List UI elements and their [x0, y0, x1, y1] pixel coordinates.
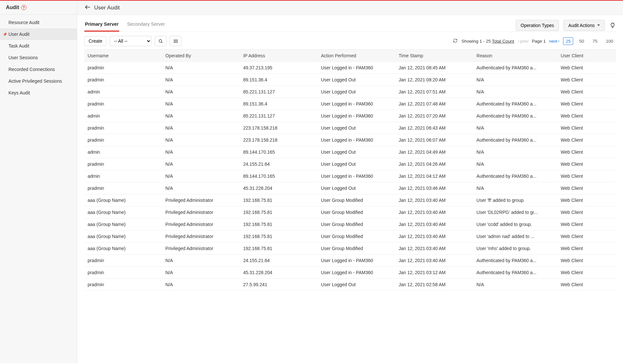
svg-rect-5 [177, 39, 177, 40]
sidebar-item-resource-audit[interactable]: Resource Audit [0, 17, 77, 28]
cell-time: Jan 12, 2021 03:40 AM [395, 218, 473, 231]
col-action-performed[interactable]: Action Performed [318, 50, 395, 62]
tab-primary-server[interactable]: Primary Server [84, 19, 119, 32]
cell-operated_by: Privileged Administrator [162, 206, 240, 218]
table-row[interactable]: pradminN/A45.31.228.204User Logged in - … [84, 267, 616, 279]
col-operated-by[interactable]: Operated By [162, 50, 240, 62]
table-row[interactable]: pradminN/A24.155.21.64User Logged OutJan… [84, 158, 616, 170]
table-row[interactable]: pradminN/A45.31.228.204User Logged OutJa… [84, 182, 616, 194]
columns-button[interactable] [170, 36, 181, 46]
page-size-75[interactable]: 75 [590, 37, 600, 45]
sidebar-item-user-audit[interactable]: 📌User Audit [0, 28, 77, 40]
cell-operated_by: N/A [162, 62, 240, 74]
filter-select[interactable]: -- All -- [110, 36, 151, 46]
chevron-right-icon: › [558, 39, 559, 43]
cell-ip: 192.168.75.81 [240, 231, 318, 243]
table-row[interactable]: aaa (Group Name)Privileged Administrator… [84, 206, 616, 218]
sidebar-item-user-sessions[interactable]: User Sessions [0, 52, 77, 63]
sidebar-item-label: User Audit [8, 32, 30, 37]
operation-types-label: Operation Types [521, 23, 554, 28]
cell-client: Web Client [558, 194, 616, 206]
table-row[interactable]: adminN/A89.144.170.165User Logged OutJan… [84, 146, 616, 158]
col-ip-address[interactable]: IP Address [240, 50, 318, 62]
cell-operated_by: N/A [162, 122, 240, 134]
sidebar-item-active-privileged-sessions[interactable]: Active Privileged Sessions [0, 75, 77, 87]
cell-username: admin [84, 86, 162, 98]
sidebar-item-keys-audit[interactable]: Keys Audit [0, 87, 77, 99]
col-time-stamp[interactable]: Time Stamp [395, 50, 473, 62]
audit-actions-button[interactable]: Audit Actions [563, 20, 605, 31]
table-row[interactable]: pradminN/A49.37.213.195User Logged in - … [84, 62, 616, 74]
cell-time: Jan 12, 2021 03:40 AM [395, 243, 473, 255]
table-row[interactable]: aaa (Group Name)Privileged Administrator… [84, 243, 616, 255]
cell-action: User Logged Out [318, 279, 395, 291]
cell-ip: 192.168.75.81 [240, 218, 318, 231]
svg-line-2 [161, 42, 162, 43]
search-button[interactable] [155, 36, 166, 46]
sidebar-item-label: User Sessions [8, 55, 38, 60]
cell-reason: User 'ff' added to group. [473, 194, 558, 206]
cell-username: pradmin [84, 158, 162, 170]
sidebar-item-task-audit[interactable]: Task Audit [0, 40, 77, 52]
sidebar-item-label: Recorded Connections [8, 67, 55, 72]
table-row[interactable]: pradminN/A24.155.21.64User Logged in - P… [84, 255, 616, 267]
cell-ip: 24.155.21.64 [240, 255, 318, 267]
page-header: User Audit [77, 1, 623, 15]
cell-operated_by: N/A [162, 110, 240, 122]
page-title: User Audit [94, 5, 120, 11]
tabs-row: Primary ServerSecondary Server Operation… [84, 19, 616, 32]
cell-ip: 89.144.170.165 [240, 146, 318, 158]
table-row[interactable]: pradminN/A27.5.99.241User Logged OutJan … [84, 279, 616, 291]
cell-username: pradmin [84, 267, 162, 279]
table-wrap[interactable]: UsernameOperated ByIP AddressAction Perf… [84, 49, 616, 363]
back-icon[interactable] [84, 4, 91, 11]
sidebar-item-recorded-connections[interactable]: Recorded Connections [0, 63, 77, 75]
cell-operated_by: N/A [162, 182, 240, 194]
table-row[interactable]: adminN/A85.221.131.127User Logged OutJan… [84, 86, 616, 98]
table-row[interactable]: adminN/A85.221.131.127User Logged in - P… [84, 110, 616, 122]
table-row[interactable]: adminN/A89.144.170.165User Logged in - P… [84, 170, 616, 182]
cell-reason: User 'admin nad' added to ... [473, 231, 558, 243]
idea-icon[interactable] [609, 22, 616, 29]
svg-rect-8 [177, 41, 177, 42]
table-row[interactable]: aaa (Group Name)Privileged Administrator… [84, 231, 616, 243]
table-row[interactable]: aaa (Group Name)Privileged Administrator… [84, 194, 616, 206]
cell-time: Jan 12, 2021 03:40 AM [395, 231, 473, 243]
total-count-link[interactable]: Total Count [492, 39, 514, 44]
prev-label: prev [520, 39, 529, 44]
cell-action: User Logged Out [318, 86, 395, 98]
refresh-icon[interactable] [453, 38, 458, 44]
cell-time: Jan 12, 2021 06:07 AM [395, 134, 473, 146]
cell-client: Web Client [558, 267, 616, 279]
table-row[interactable]: pradminN/A89.151.36.4User Logged OutJan … [84, 74, 616, 86]
pager-prev[interactable]: ‹ prev [518, 39, 529, 44]
cell-action: User Logged in - PAM360 [318, 98, 395, 110]
cell-reason: Authenticated by PAM360 a... [473, 98, 558, 110]
page-size-50[interactable]: 50 [576, 37, 587, 45]
cell-reason: User 'DL02RPG' added to gr... [473, 206, 558, 218]
cell-username: pradmin [84, 134, 162, 146]
col-username[interactable]: Username [84, 50, 162, 62]
col-user-client[interactable]: User Client [558, 50, 616, 62]
pin-icon: 📌 [3, 33, 7, 36]
page-size-100[interactable]: 100 [603, 37, 616, 45]
cell-action: User Logged in - PAM360 [318, 255, 395, 267]
table-row[interactable]: pradminN/A89.151.36.4User Logged in - PA… [84, 98, 616, 110]
create-button[interactable]: Create [84, 36, 106, 46]
cell-operated_by: Privileged Administrator [162, 243, 240, 255]
pager-next[interactable]: next › [549, 39, 559, 44]
cell-action: User Logged in - PAM360 [318, 134, 395, 146]
table-row[interactable]: pradminN/A223.178.158.218User Logged Out… [84, 122, 616, 134]
cell-reason: N/A [473, 279, 558, 291]
page-size-25[interactable]: 25 [563, 37, 573, 45]
table-row[interactable]: aaa (Group Name)Privileged Administrator… [84, 218, 616, 231]
col-reason[interactable]: Reason [473, 50, 558, 62]
main: User Audit Primary ServerSecondary Serve… [77, 1, 623, 363]
cell-operated_by: N/A [162, 98, 240, 110]
help-icon[interactable]: ? [21, 5, 26, 10]
table-row[interactable]: pradminN/A223.178.158.218User Logged in … [84, 134, 616, 146]
cell-client: Web Client [558, 231, 616, 243]
operation-types-button[interactable]: Operation Types [516, 20, 559, 31]
cell-action: User Logged in - PAM360 [318, 170, 395, 182]
tab-secondary-server[interactable]: Secondary Server [126, 19, 165, 32]
